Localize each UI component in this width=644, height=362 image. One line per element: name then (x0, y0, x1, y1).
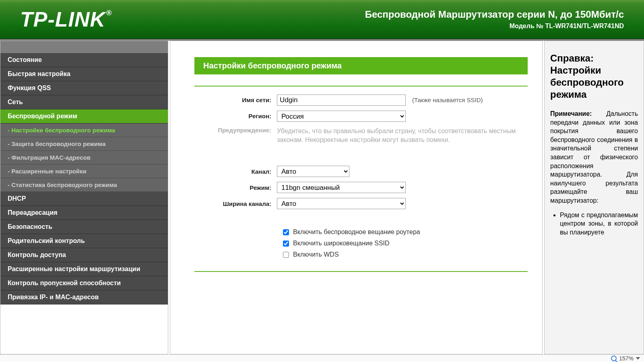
nav-spacer (0, 41, 168, 53)
nav-frame: Состояние Быстрая настройка Функция QSS … (0, 41, 168, 354)
ssid-hint: (Также называется SSID) (412, 97, 483, 103)
registered-mark: ® (106, 9, 112, 17)
row-enable-radio: Включить беспроводное вещание роутера (283, 228, 528, 236)
row-region: Регион: Россия (194, 111, 528, 122)
row-ssid: Имя сети: (Также называется SSID) (194, 95, 528, 106)
nav: Состояние Быстрая настройка Функция QSS … (0, 41, 168, 304)
nav-item-access[interactable]: Контроль доступа (0, 248, 168, 262)
section-divider (194, 86, 528, 86)
help-bullet: Рядом с предполагаемым центром зоны, в к… (560, 211, 638, 237)
enable-radio-label: Включить беспроводное вещание роутера (293, 228, 420, 236)
nav-sub-mac-filter[interactable]: - Фильтрация MAC-адресов (0, 151, 168, 165)
nav-item-network[interactable]: Сеть (0, 95, 168, 109)
help-title: Справка: Настройки беспроводного режима (550, 52, 638, 101)
nav-sub-stats[interactable]: - Статистика беспроводного режима (0, 178, 168, 192)
row-enable-wds: Включить WDS (283, 251, 528, 258)
row-mode: Режим: 11bgn смешанный (194, 182, 528, 193)
product-title: Беспроводной Маршрутизатор серии N, до 1… (365, 9, 624, 20)
content-scroll[interactable]: Настройки беспроводного режима Имя сети:… (170, 41, 542, 354)
nav-scroll[interactable]: Состояние Быстрая настройка Функция QSS … (0, 41, 168, 354)
width-label: Ширина канала: (194, 200, 277, 207)
enable-wds-checkbox[interactable] (283, 252, 289, 258)
ssid-input[interactable] (277, 95, 406, 106)
channel-select[interactable]: Авто (277, 166, 349, 177)
nav-item-parental[interactable]: Родительский контроль (0, 234, 168, 248)
nav-item-qss[interactable]: Функция QSS (0, 81, 168, 95)
brand-logo: TP-LINK ® (20, 7, 112, 31)
header: TP-LINK ® Беспроводной Маршрутизатор сер… (0, 0, 644, 39)
header-titles: Беспроводной Маршрутизатор серии N, до 1… (365, 9, 624, 30)
width-select[interactable]: Авто (277, 198, 406, 209)
status-bar: 157% (0, 354, 644, 362)
help-note-text: Дальность передачи данных или зона покры… (550, 110, 638, 204)
nav-sub-wireless-settings[interactable]: - Настройки беспроводного режима (0, 123, 168, 137)
ssid-label: Имя сети: (194, 97, 277, 103)
channel-label: Канал: (194, 168, 277, 175)
row-width: Ширина канала: Авто (194, 198, 528, 209)
nav-item-status[interactable]: Состояние (0, 53, 168, 67)
nav-item-dhcp[interactable]: DHCP (0, 192, 168, 206)
row-enable-ssid: Включить широковещание SSID (283, 240, 528, 247)
help-scroll[interactable]: Справка: Настройки беспроводного режима … (545, 41, 644, 354)
nav-item-forwarding[interactable]: Переадресация (0, 206, 168, 220)
nav-item-routing[interactable]: Расширенные настройки маршрутизации (0, 262, 168, 276)
row-channel: Канал: Авто (194, 166, 528, 177)
zoom-dropdown-icon[interactable] (636, 357, 640, 360)
mode-label: Режим: (194, 184, 277, 191)
section-divider-bottom (194, 271, 528, 272)
nav-item-wireless[interactable]: Беспроводной режим (0, 109, 168, 123)
region-label: Регион: (194, 113, 277, 119)
section-title: Настройки беспроводного режима (194, 57, 528, 74)
enable-wds-label: Включить WDS (293, 251, 339, 258)
zoom-icon[interactable] (611, 356, 617, 361)
enable-radio-checkbox[interactable] (283, 229, 289, 235)
content-frame: Настройки беспроводного режима Имя сети:… (170, 41, 543, 354)
nav-item-quicksetup[interactable]: Быстрая настройка (0, 67, 168, 81)
help-note-label: Примечание: (550, 110, 592, 117)
row-warning: Предупреждение: Убедитесь, что вы правил… (194, 127, 528, 144)
content-columns: Состояние Быстрая настройка Функция QSS … (0, 39, 644, 354)
nav-item-bandwidth[interactable]: Контроль пропускной способности (0, 276, 168, 290)
brand-text: TP-LINK (20, 7, 105, 31)
help-panel: Справка: Настройки беспроводного режима … (545, 41, 644, 297)
help-bullets: Рядом с предполагаемым центром зоны, в к… (560, 211, 638, 237)
warning-label: Предупреждение: (194, 127, 277, 134)
nav-item-security[interactable]: Безопасность (0, 220, 168, 234)
help-frame: Справка: Настройки беспроводного режима … (544, 41, 644, 354)
help-body: Примечание: Дальность передачи данных ил… (550, 109, 638, 237)
nav-sub-advanced[interactable]: - Расширенные настройки (0, 165, 168, 178)
enable-ssid-checkbox[interactable] (283, 241, 289, 247)
wireless-settings-form: Настройки беспроводного режима Имя сети:… (170, 41, 542, 354)
mode-select[interactable]: 11bgn смешанный (277, 182, 406, 193)
nav-item-ipmac[interactable]: Привязка IP- и MAC-адресов (0, 290, 168, 304)
enable-ssid-label: Включить широковещание SSID (293, 240, 390, 247)
zoom-value[interactable]: 157% (619, 355, 634, 362)
warning-text: Убедитесь, что вы правильно выбрали стра… (277, 127, 528, 144)
region-select[interactable]: Россия (277, 111, 406, 122)
nav-sub-wireless-security[interactable]: - Защита беспроводного режима (0, 137, 168, 151)
product-model: Модель № TL-WR741N/TL-WR741ND (365, 23, 624, 30)
